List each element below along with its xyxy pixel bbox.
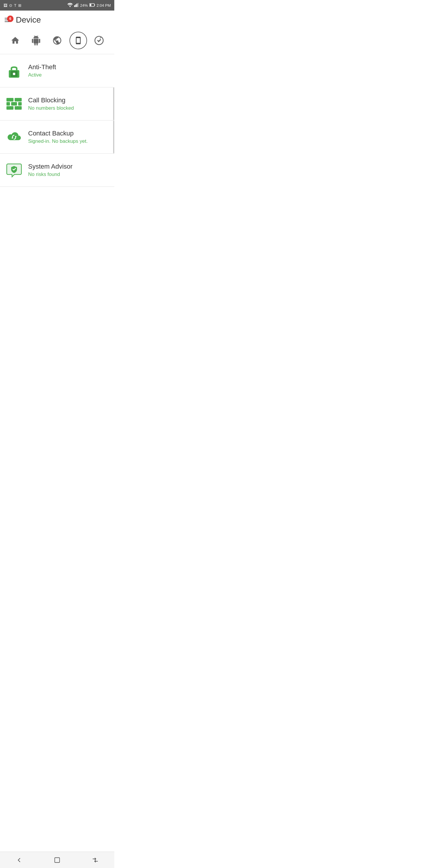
system-advisor-text: System Advisor No risks found	[28, 163, 109, 178]
svg-point-0	[69, 6, 71, 7]
tab-check[interactable]	[90, 32, 108, 49]
call-blocking-text: Call Blocking No numbers blocked	[28, 96, 109, 111]
page-title: Device	[16, 15, 41, 25]
tab-android[interactable]	[27, 32, 45, 49]
menu-item-call-blocking[interactable]: Call Blocking No numbers blocked	[0, 87, 114, 121]
status-bar-left: 🖼 ⊙ T ⊞	[3, 3, 22, 8]
anti-theft-icon-container	[5, 61, 24, 80]
menu-item-contact-backup[interactable]: Contact Backup Signed-in. No backups yet…	[0, 121, 114, 154]
content-area: Anti-Theft Active Call Blocking	[0, 54, 114, 203]
scrollbar	[113, 87, 114, 120]
tab-web[interactable]	[48, 32, 66, 49]
svg-rect-14	[15, 98, 22, 101]
system-advisor-icon-container	[5, 161, 24, 180]
svg-rect-13	[6, 98, 13, 101]
status-bar-right: 24% 2:04 PM	[67, 3, 111, 8]
svg-rect-7	[90, 4, 91, 6]
svg-rect-19	[15, 106, 22, 110]
svg-rect-3	[76, 3, 77, 7]
battery-icon	[89, 3, 95, 8]
contact-backup-subtitle: Signed-in. No backups yet.	[28, 138, 109, 144]
shield-message-icon	[6, 162, 22, 178]
tab-device[interactable]	[69, 32, 87, 49]
svg-rect-1	[74, 5, 75, 7]
header: 6 Device	[0, 10, 114, 29]
svg-rect-12	[13, 73, 15, 75]
extra-icon: ⊞	[18, 3, 22, 8]
notification-badge: 6	[7, 16, 13, 22]
contact-backup-text: Contact Backup Signed-in. No backups yet…	[28, 130, 109, 144]
media-icon: ⊙	[9, 3, 12, 8]
menu-item-system-advisor[interactable]: System Advisor No risks found	[0, 154, 114, 187]
nav-tabs	[0, 29, 114, 54]
lock-icon	[6, 63, 22, 78]
svg-rect-17	[18, 102, 22, 105]
svg-line-9	[100, 37, 101, 38]
time-display: 2:04 PM	[97, 3, 111, 8]
scrollbar-2	[113, 121, 114, 153]
anti-theft-title: Anti-Theft	[28, 63, 109, 71]
anti-theft-subtitle: Active	[28, 72, 109, 78]
contact-backup-title: Contact Backup	[28, 130, 109, 137]
menu-button[interactable]: 6	[5, 18, 11, 22]
svg-rect-4	[78, 3, 78, 7]
svg-rect-2	[75, 4, 76, 7]
svg-rect-18	[6, 106, 13, 110]
wifi-icon	[67, 3, 73, 8]
tab-home[interactable]	[6, 32, 24, 49]
image-icon: 🖼	[3, 3, 7, 8]
svg-rect-16	[11, 102, 17, 105]
anti-theft-text: Anti-Theft Active	[28, 63, 109, 78]
bars-icon	[74, 3, 79, 8]
menu-item-anti-theft[interactable]: Anti-Theft Active	[0, 54, 114, 87]
firewall-icon	[6, 96, 22, 112]
call-blocking-title: Call Blocking	[28, 96, 109, 104]
system-advisor-subtitle: No risks found	[28, 172, 109, 178]
contact-backup-icon-container	[5, 128, 24, 146]
cloud-sync-icon	[6, 130, 23, 144]
status-bar: 🖼 ⊙ T ⊞ 24%	[0, 0, 114, 10]
call-blocking-icon-container	[5, 94, 24, 113]
call-blocking-subtitle: No numbers blocked	[28, 105, 109, 111]
system-advisor-title: System Advisor	[28, 163, 109, 170]
battery-text: 24%	[80, 3, 88, 8]
menu-list: Anti-Theft Active Call Blocking	[0, 54, 114, 187]
signal-icon: T	[14, 3, 17, 8]
svg-rect-15	[6, 102, 10, 105]
